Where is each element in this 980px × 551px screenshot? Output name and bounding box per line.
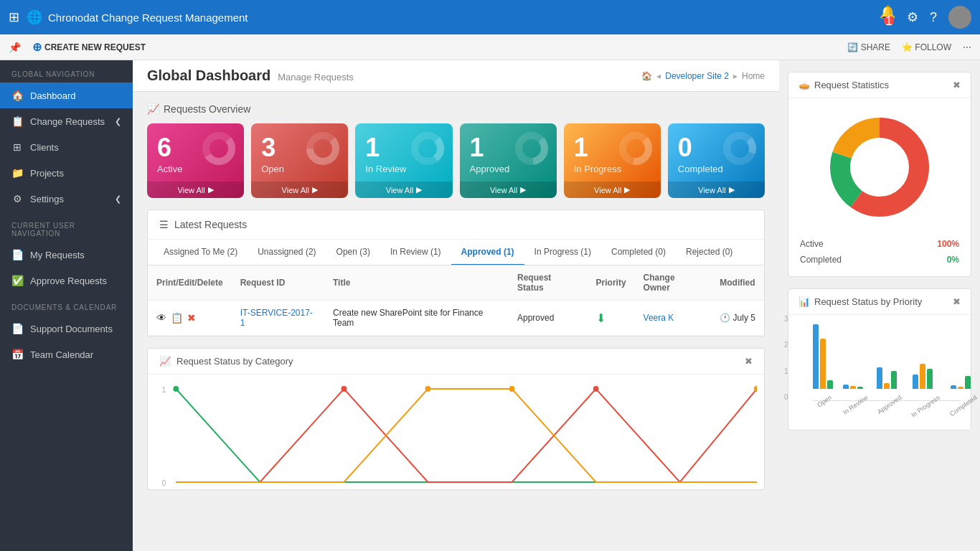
sidebar-item-change-requests[interactable]: 📋 Change Requests ❮ (0, 108, 133, 134)
tab-approved[interactable]: Approved (1) (451, 240, 524, 265)
bar-chart: Open In Review (813, 315, 961, 401)
toolbar-more-icon[interactable]: ⋯ (963, 42, 971, 52)
owner-link[interactable]: Veera K (644, 313, 674, 323)
category-chart-area: 1 0 (148, 375, 764, 489)
create-label: CREATE NEW REQUEST (44, 42, 146, 52)
app-name: Chronodat Change Request Management (48, 11, 248, 24)
sidebar-item-clients[interactable]: ⊞ Clients (0, 134, 133, 160)
approved-view-all[interactable]: View All ▶ (460, 182, 557, 198)
stat-card-active[interactable]: 6 Active View All ▶ (147, 123, 244, 198)
review-label: In Review (365, 164, 442, 174)
pin-icon[interactable]: 📌 (9, 42, 21, 53)
svg-text:1: 1 (162, 386, 166, 394)
row-status: Approved (509, 301, 588, 336)
main-layout: GLOBAL NAVIGATION 🏠 Dashboard 📋 Change R… (0, 60, 980, 551)
help-icon[interactable]: ? (930, 10, 937, 25)
tab-unassigned[interactable]: Unassigned (2) (248, 240, 326, 265)
legend-active-label: Active (800, 239, 824, 249)
edit-icon[interactable]: 📋 (171, 312, 183, 324)
active-view-all[interactable]: View All ▶ (147, 182, 244, 198)
svg-point-17 (509, 386, 515, 392)
inprogress-view-all[interactable]: View All ▶ (564, 182, 661, 198)
sidebar-item-approve-requests[interactable]: ✅ Approve Requests (0, 268, 133, 293)
row-owner: Veera K (635, 301, 712, 336)
sidebar-item-projects[interactable]: 📁 Projects (0, 160, 133, 186)
sidebar-item-my-requests[interactable]: 📄 My Requests (0, 242, 133, 268)
table-row: 👁 📋 ✖ IT-SERVICE-2017-1 Create new Share… (148, 301, 764, 336)
clock-icon: 🕐 (720, 313, 730, 323)
row-modified: 🕐 July 5 (711, 301, 764, 336)
bar-group-completed: Completed (945, 376, 976, 400)
review-view-all[interactable]: View All ▶ (355, 182, 452, 198)
sidebar-item-settings[interactable]: ⚙ Settings ❮ (0, 186, 133, 212)
sidebar-item-label: Dashboard (30, 90, 76, 101)
close-statistics-button[interactable]: ✖ (953, 80, 961, 90)
request-tabs: Assigned To Me (2) Unassigned (2) Open (… (148, 240, 764, 265)
svg-point-15 (341, 386, 347, 392)
card-pie-active (201, 131, 237, 166)
bar-chart-wrapper: 3 2 1 0 Open (798, 315, 961, 401)
page-title: Global Dashboard (147, 67, 270, 84)
tab-in-progress[interactable]: In Progress (1) (524, 240, 601, 265)
row-actions: 👁 📋 ✖ (148, 301, 232, 336)
bar-completed-blue (951, 385, 956, 389)
bar-completed-orange (958, 387, 963, 389)
bar-label-inprogress: In Progress (910, 394, 941, 419)
breadcrumb: 🏠 ◂ Developer Site 2 ▸ Home (641, 71, 765, 81)
bar-label-open: Open (816, 394, 833, 409)
bar-approved-green (891, 371, 897, 389)
globe-icon: 🌐 (27, 9, 42, 25)
sidebar-item-team-calendar[interactable]: 📅 Team Calendar (0, 342, 133, 367)
stat-card-inprogress[interactable]: 1 In Progress View All ▶ (564, 123, 661, 198)
follow-button[interactable]: ⭐ FOLLOW (902, 42, 951, 52)
status-by-priority-title: Request Status by Priority (814, 296, 922, 307)
content-area: Global Dashboard Manage Requests 🏠 ◂ Dev… (133, 60, 980, 551)
bar-approved-blue (877, 367, 882, 389)
statistics-legend: Active 100% Completed 0% (788, 236, 971, 276)
projects-icon: 📁 (11, 167, 23, 179)
create-new-request-button[interactable]: ⊕ CREATE NEW REQUEST (32, 40, 146, 54)
col-actions: Print/Edit/Delete (148, 265, 232, 301)
tab-rejected[interactable]: Rejected (0) (676, 240, 743, 265)
card-pie-open (305, 131, 341, 166)
completed-view-all[interactable]: View All ▶ (668, 182, 765, 198)
sidebar-item-label: Settings (30, 194, 64, 204)
global-nav-label: GLOBAL NAVIGATION (0, 60, 133, 83)
tab-assigned-to-me[interactable]: Assigned To Me (2) (154, 240, 248, 265)
home-icon[interactable]: 🏠 (641, 71, 652, 81)
chevron-icon: ❮ (115, 117, 121, 126)
stat-card-review[interactable]: 1 In Review View All ▶ (355, 123, 452, 198)
svg-point-18 (593, 386, 599, 392)
top-nav: ⊞ 🌐 Chronodat Change Request Management … (0, 0, 980, 34)
share-button[interactable]: 🔄 SHARE (847, 42, 890, 52)
stat-card-approved[interactable]: 1 Approved View All ▶ (460, 123, 557, 198)
avatar[interactable] (948, 6, 971, 29)
notifications-icon[interactable]: 🔔 1 (880, 4, 895, 30)
breadcrumb-site[interactable]: Developer Site 2 (665, 71, 729, 81)
stat-card-open[interactable]: 3 Open View All ▶ (251, 123, 348, 198)
close-priority-button[interactable]: ✖ (953, 296, 961, 307)
stat-card-completed[interactable]: 0 Completed View All ▶ (668, 123, 765, 198)
toolbar-right: 🔄 SHARE ⭐ FOLLOW ⋯ (847, 42, 971, 52)
grid-icon[interactable]: ⊞ (9, 9, 19, 25)
view-icon[interactable]: 👁 (156, 312, 166, 324)
requests-overview-title: 📈 Requests Overview (147, 103, 765, 115)
status-by-priority-header: 📊 Request Status by Priority ✖ (788, 289, 971, 315)
open-view-all[interactable]: View All ▶ (251, 182, 348, 198)
close-category-chart[interactable]: ✖ (745, 356, 753, 367)
request-statistics-panel: 🥧 Request Statistics ✖ (788, 72, 971, 277)
sidebar-item-support-docs[interactable]: 📄 Support Documents (0, 316, 133, 342)
delete-icon[interactable]: ✖ (187, 312, 196, 324)
tab-open[interactable]: Open (3) (326, 240, 380, 265)
card-pie-approved (514, 131, 550, 166)
y-axis: 3 2 1 0 (784, 315, 788, 401)
settings-icon[interactable]: ⚙ (907, 9, 918, 25)
col-priority: Priority (588, 265, 635, 301)
tab-in-review[interactable]: In Review (1) (380, 240, 451, 265)
bar-group-approved: Approved (873, 367, 901, 400)
docs-icon: 📄 (11, 323, 23, 334)
sidebar-item-dashboard[interactable]: 🏠 Dashboard (0, 83, 133, 108)
chart-icon: 📈 (159, 356, 171, 367)
request-id-link[interactable]: IT-SERVICE-2017-1 (240, 308, 313, 328)
tab-completed[interactable]: Completed (0) (601, 240, 676, 265)
